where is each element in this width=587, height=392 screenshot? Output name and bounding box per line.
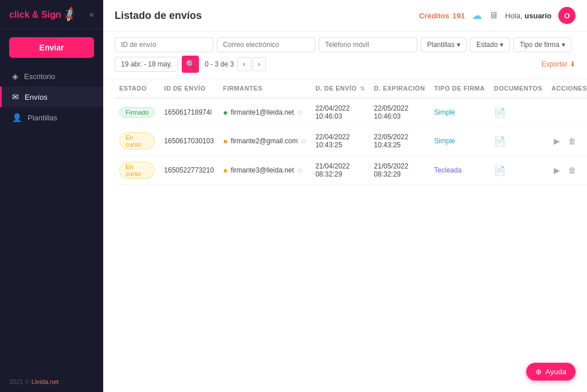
id-envio-cell: 165061718974l [159,98,218,127]
estado-select[interactable]: Estado ▾ [470,37,510,52]
date-range-text: 19 abr. - 18 may. [121,60,172,68]
id-envio-cell: 1650522773210 [159,156,218,185]
circle-icon: ○ [297,165,303,175]
delete-button[interactable]: 🗑 [566,164,578,176]
footer-year: 2021 © [9,378,30,385]
header-right: Créditos 191 ☁ 🖥 Hola, usuario O [419,7,576,24]
col-firmantes: FIRMANTES [218,79,311,98]
table-body: Firmado 165061718974l ● firmante1@lleida… [115,98,587,185]
table-container: ESTADO ID DE ENVÍO FIRMANTES D. DE ENVÍO… [103,79,587,392]
monitor-icon: 🖥 [489,10,498,21]
logo-highlight: Sign [41,10,61,19]
documentos-cell: 📄 [490,156,547,185]
d-expiracion-cell: 22/05/202210:46:03 [369,98,429,127]
date-range-filter[interactable]: 19 abr. - 18 may. [115,57,178,72]
username-text: usuario [525,11,551,20]
sidebar-footer: 2021 © Lleida.net [0,371,103,392]
col-tipo-firma: TIPO DE FIRMA [429,79,489,98]
plantillas-select[interactable]: Plantillas ▾ [421,37,467,52]
document-icon[interactable]: 📄 [494,166,506,175]
firmante-status-icon: ● [223,108,228,117]
firmantes-cell: ● firmante3@lleida.net ○ [218,156,311,185]
col-documentos: DOCUMENTOS [490,79,547,98]
status-badge: En curso [119,132,155,150]
documentos-cell: 📄 [490,98,547,127]
firmante-status-icon: ● [223,136,228,146]
top-header: Listado de envíos Créditos 191 ☁ 🖥 Hola,… [103,0,587,32]
greeting-text: Hola, [505,11,522,20]
prev-page-button[interactable]: ‹ [237,57,251,71]
credits-label: Créditos [419,11,449,20]
table-row: Firmado 165061718974l ● firmante1@lleida… [115,98,587,127]
id-envio-input[interactable] [115,37,213,52]
filter-bar: Plantillas ▾ Estado ▾ Tipo de firma ▾ 19… [103,32,587,79]
status-badge: En curso [119,162,155,179]
col-d-envio: D. DE ENVÍO ⇅ [311,79,369,98]
acciones-cell: ▶ 🗑 [547,127,587,156]
envios-table: ESTADO ID DE ENVÍO FIRMANTES D. DE ENVÍO… [115,79,587,185]
tipo-firma-select[interactable]: Tipo de firma ▾ [513,37,572,52]
firmantes-cell: ● firmante2@gmail.com ○ [218,127,311,156]
delete-button[interactable]: 🗑 [566,135,578,147]
chevron-down-icon: ▾ [500,41,503,49]
credits-value: 191 [452,11,465,20]
sidebar-item-envios[interactable]: ✉ Envíos [0,87,103,107]
d-envio-cell: 21/04/202208:32:29 [311,156,369,185]
play-button[interactable]: ▶ [551,135,562,147]
circle-icon: ○ [300,136,306,146]
circle-icon: ○ [297,107,303,117]
sort-icon: ⇅ [360,85,365,92]
tipo-firma-value: Tecleada [434,166,461,174]
sidebar-item-label: Envíos [25,93,48,101]
actions-group: ▶ 🗑 [551,135,587,147]
chevron-down-icon: ▾ [457,41,460,49]
user-greeting: Hola, usuario [505,11,551,20]
phone-input[interactable] [319,37,417,52]
search-button[interactable]: 🔍 [182,56,199,73]
pagination-buttons: ‹ › [237,57,266,71]
collapse-button[interactable]: « [89,10,94,19]
firmantes-cell: ● firmante1@lleida.net ○ [218,98,311,127]
search-icon: 🔍 [186,60,195,69]
tipo-firma-label: Tipo de firma [519,41,559,49]
firmante-email: firmante3@lleida.net [231,166,294,174]
ayuda-label: Ayuda [545,367,566,376]
credits-badge: Créditos 191 [419,11,465,20]
sidebar-item-plantillas[interactable]: 👤 Plantillas [0,107,103,128]
estado-cell: En curso [115,127,159,156]
actions-group: ▶ 🗑 [551,164,587,176]
export-icon: ⬇ [570,60,576,68]
status-badge: Firmado [119,107,155,117]
acciones-cell [547,98,587,127]
user-avatar[interactable]: O [558,7,576,24]
estado-cell: Firmado [115,98,159,127]
ayuda-button[interactable]: ⊕ Ayuda [526,363,576,381]
logo-name: click & [9,10,39,19]
sidebar-nav: ◈ Escritorio ✉ Envíos 👤 Plantillas [0,66,103,128]
d-envio-cell: 22/04/202210:43:25 [311,127,369,156]
chevron-down-icon: ▾ [562,41,565,49]
next-page-button[interactable]: › [252,57,266,71]
tipo-firma-value: Simple [434,137,455,145]
play-button[interactable]: ▶ [551,164,562,176]
escritorio-icon: ◈ [12,72,18,81]
send-button[interactable]: Enviar [9,37,94,58]
sidebar-item-label: Escritorio [24,72,55,81]
document-icon[interactable]: 📄 [494,136,506,146]
firmante-status-icon: ● [223,166,228,175]
estado-label: Estado [476,41,498,49]
tipo-firma-value: Simple [434,108,455,116]
email-input[interactable] [217,37,315,52]
pagination-info: 0 - 3 de 3 [205,60,234,68]
firmante-email: firmante2@gmail.com [231,137,298,145]
ayuda-icon: ⊕ [535,367,542,376]
cloud-icon: ☁ [472,9,482,22]
documentos-cell: 📄 [490,127,547,156]
sidebar-logo: click & Sign 🚀 « [0,0,103,29]
footer-link[interactable]: Lleida.net [32,378,59,385]
table-header-row: ESTADO ID DE ENVÍO FIRMANTES D. DE ENVÍO… [115,79,587,98]
document-icon[interactable]: 📄 [494,108,506,117]
sidebar-item-escritorio[interactable]: ◈ Escritorio [0,66,103,87]
export-button[interactable]: Exportar ⬇ [542,60,576,68]
col-id-envio: ID DE ENVÍO [159,79,218,98]
